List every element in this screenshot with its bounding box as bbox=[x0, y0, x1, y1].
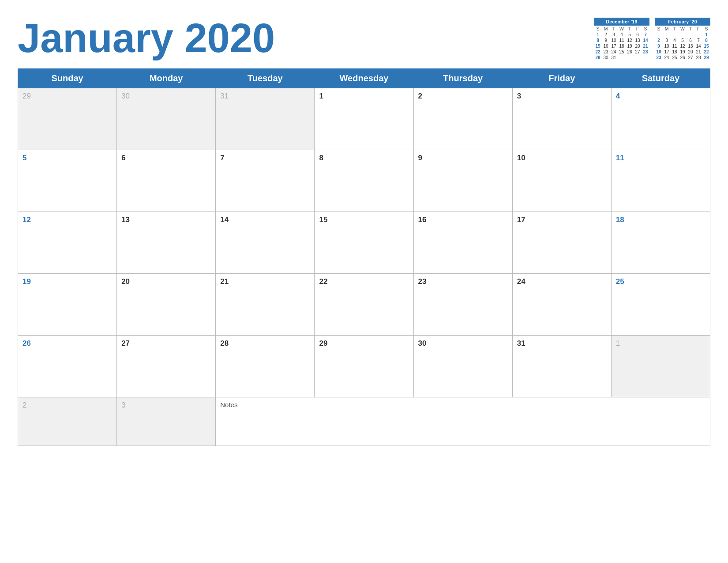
calendar-day-jan21: 21 bbox=[216, 274, 315, 336]
mini-day: 19 bbox=[679, 49, 687, 55]
mini-day: 18 bbox=[618, 43, 626, 49]
calendar-day-jan9: 9 bbox=[413, 150, 512, 212]
col-tuesday: Tuesday bbox=[216, 69, 315, 88]
mini-col-sat: S bbox=[702, 26, 710, 32]
calendar-day-jan30: 30 bbox=[413, 336, 512, 397]
calendar-day-jan23: 23 bbox=[413, 274, 512, 336]
calendar-day-jan5: 5 bbox=[18, 150, 117, 212]
mini-col-fri: F bbox=[694, 26, 702, 32]
mini-day: 16 bbox=[602, 43, 610, 49]
mini-cal-feb-header: February '20 bbox=[655, 18, 710, 26]
mini-day: 19 bbox=[626, 43, 634, 49]
mini-cal-feb: February '20 S M T W T F S bbox=[655, 18, 710, 60]
mini-day: 24 bbox=[610, 49, 618, 55]
mini-day: 25 bbox=[618, 49, 626, 55]
mini-day: 20 bbox=[687, 49, 694, 55]
mini-day: 9 bbox=[655, 43, 663, 49]
mini-day: 14 bbox=[642, 38, 649, 43]
calendar-day-jan3: 3 bbox=[512, 88, 611, 150]
mini-day: 7 bbox=[642, 32, 649, 38]
mini-day: 22 bbox=[594, 49, 602, 55]
calendar-day-jan17: 17 bbox=[512, 212, 611, 274]
mini-day: 28 bbox=[642, 49, 649, 55]
mini-day bbox=[671, 32, 679, 38]
calendar-day-jan11: 11 bbox=[611, 150, 710, 212]
mini-col-mon: M bbox=[602, 26, 610, 32]
col-thursday: Thursday bbox=[413, 69, 512, 88]
mini-day: 1 bbox=[702, 32, 710, 38]
week-row: 12 13 14 15 16 17 18 bbox=[18, 212, 710, 274]
mini-day: 29 bbox=[594, 55, 602, 60]
mini-day: 10 bbox=[663, 43, 671, 49]
mini-day: 2 bbox=[602, 32, 610, 38]
mini-day: 28 bbox=[694, 55, 702, 60]
week-row: 19 20 21 22 23 24 25 bbox=[18, 274, 710, 336]
calendar-day-jan22: 22 bbox=[315, 274, 413, 336]
mini-day bbox=[663, 32, 671, 38]
mini-day bbox=[694, 32, 702, 38]
mini-day: 30 bbox=[602, 55, 610, 60]
week-row: 29 30 31 1 2 3 4 bbox=[18, 88, 710, 150]
mini-day: 15 bbox=[702, 43, 710, 49]
mini-day: 13 bbox=[634, 38, 642, 43]
calendar-day-jan27: 27 bbox=[117, 336, 216, 397]
mini-day: 26 bbox=[626, 49, 634, 55]
calendar-day-jan28: 28 bbox=[216, 336, 315, 397]
mini-day: 27 bbox=[687, 55, 694, 60]
mini-day: 6 bbox=[687, 38, 694, 43]
calendar-day-jan18: 18 bbox=[611, 212, 710, 274]
calendar-day-jan2: 2 bbox=[413, 88, 512, 150]
calendar-day-jan26: 26 bbox=[18, 336, 117, 397]
calendar-day-jan15: 15 bbox=[315, 212, 413, 274]
calendar-day-jan16: 16 bbox=[413, 212, 512, 274]
mini-day: 3 bbox=[663, 38, 671, 43]
mini-day: 11 bbox=[618, 38, 626, 43]
col-monday: Monday bbox=[117, 69, 216, 88]
mini-cal-dec-header: December '19 bbox=[594, 18, 649, 26]
mini-day: 3 bbox=[610, 32, 618, 38]
mini-day: 24 bbox=[663, 55, 671, 60]
calendar-day-dec30: 30 bbox=[117, 88, 216, 150]
calendar-day-jan7: 7 bbox=[216, 150, 315, 212]
mini-day: 23 bbox=[655, 55, 663, 60]
calendar-day-jan8: 8 bbox=[315, 150, 413, 212]
mini-col-tue: T bbox=[671, 26, 679, 32]
calendar-day-jan12: 12 bbox=[18, 212, 117, 274]
mini-day: 1 bbox=[594, 32, 602, 38]
calendar-day-jan10: 10 bbox=[512, 150, 611, 212]
calendar-day-jan20: 20 bbox=[117, 274, 216, 336]
page-title: January 2020 bbox=[18, 13, 275, 58]
calendar-day-dec29: 29 bbox=[18, 88, 117, 150]
calendar-day-dec31: 31 bbox=[216, 88, 315, 150]
mini-day: 23 bbox=[602, 49, 610, 55]
mini-day: 5 bbox=[626, 32, 634, 38]
mini-col-thu: T bbox=[626, 26, 634, 32]
mini-day: 8 bbox=[702, 38, 710, 43]
week-row: 5 6 7 8 9 10 11 bbox=[18, 150, 710, 212]
mini-day bbox=[642, 55, 649, 60]
calendar-day-feb2: 2 bbox=[18, 397, 117, 446]
mini-day: 10 bbox=[610, 38, 618, 43]
mini-day bbox=[679, 32, 687, 38]
mini-col-fri: F bbox=[634, 26, 642, 32]
mini-col-sun: S bbox=[594, 26, 602, 32]
calendar-day-jan6: 6 bbox=[117, 150, 216, 212]
calendar-day-jan19: 19 bbox=[18, 274, 117, 336]
calendar-day-jan14: 14 bbox=[216, 212, 315, 274]
mini-day bbox=[655, 32, 663, 38]
weekday-header-row: Sunday Monday Tuesday Wednesday Thursday… bbox=[18, 69, 710, 88]
mini-day: 21 bbox=[694, 49, 702, 55]
notes-cell: Notes bbox=[216, 397, 710, 446]
calendar-day-feb3: 3 bbox=[117, 397, 216, 446]
mini-day: 21 bbox=[642, 43, 649, 49]
mini-day: 8 bbox=[594, 38, 602, 43]
mini-col-sat: S bbox=[642, 26, 649, 32]
mini-day: 4 bbox=[618, 32, 626, 38]
header-area: January 2020 December '19 S M T W T F S … bbox=[18, 13, 710, 60]
mini-day: 17 bbox=[610, 43, 618, 49]
mini-col-wed: W bbox=[618, 26, 626, 32]
mini-col-tue: T bbox=[610, 26, 618, 32]
calendar-day-jan25: 25 bbox=[611, 274, 710, 336]
mini-day: 22 bbox=[702, 49, 710, 55]
mini-day: 9 bbox=[602, 38, 610, 43]
